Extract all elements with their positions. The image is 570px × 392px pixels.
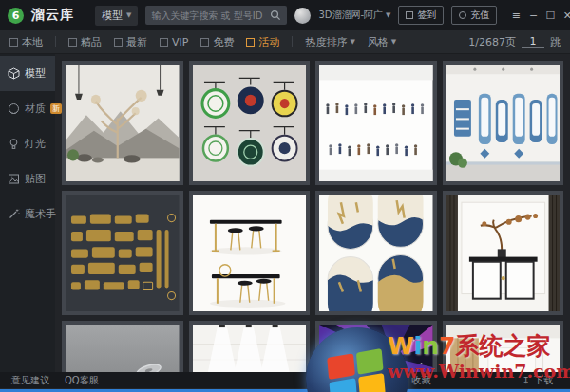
app-title: 溜云库 <box>31 7 74 24</box>
coin-icon <box>354 377 362 384</box>
minimize-icon[interactable]: ─ <box>525 9 541 22</box>
filter-toolbar: 本地 精品 最新 VIP 免费 活动 热度排序 ▼ 风格 ▼ 1/2687页 跳 <box>0 30 570 54</box>
checkbox-icon <box>68 38 77 47</box>
favorites-link[interactable]: ☆ 收藏 <box>400 374 431 387</box>
page-input[interactable] <box>522 35 544 48</box>
calendar-icon <box>406 11 413 19</box>
filter-label: 精品 <box>81 35 102 49</box>
statusbar: 意见建议 QQ客服 充值 ☆ 收藏 ↧ 下载 <box>0 372 570 388</box>
filter-label: 免费 <box>213 35 234 49</box>
checkbox-icon <box>160 38 168 47</box>
sidebar-item-label: 材质 <box>25 102 46 116</box>
thumb-gold-carvings[interactable] <box>62 191 183 315</box>
divider <box>55 36 56 47</box>
username-label: 3D溜溜网-阿广 <box>318 9 383 22</box>
recharge-button[interactable]: 充值 <box>451 6 497 25</box>
material-sphere-icon <box>8 103 20 115</box>
user-avatar[interactable] <box>294 8 311 24</box>
sidebar-item-label: 模型 <box>25 66 46 81</box>
coin-icon <box>459 11 466 19</box>
cube-icon <box>8 67 20 80</box>
filter-checkbox-premium[interactable]: 精品 <box>68 35 102 49</box>
magic-wand-icon <box>8 208 20 220</box>
titlebar: 6 溜云库 模型 ▼ 3D溜溜网-阿广 ▼ 签到 充值 ≡ ─ ☐ ✕ <box>0 0 570 30</box>
thumb-hanging-signs[interactable] <box>189 61 311 185</box>
thumb-stage-lights[interactable] <box>315 321 437 372</box>
model-grid <box>55 54 570 372</box>
pagination: 1/2687页 跳 <box>468 35 560 49</box>
filter-label: 最新 <box>126 35 147 49</box>
signin-button[interactable]: 签到 <box>398 6 444 25</box>
filter-label: 本地 <box>22 35 43 49</box>
search-icon[interactable] <box>270 9 281 21</box>
filter-label: 活动 <box>258 35 279 49</box>
star-icon: ☆ <box>400 375 408 385</box>
filter-label: VIP <box>172 36 188 48</box>
search-input[interactable] <box>151 10 270 21</box>
maximize-icon[interactable]: ☐ <box>542 9 558 22</box>
username-menu[interactable]: 3D溜溜网-阿广 ▼ <box>318 9 390 22</box>
sort-label: 热度排序 <box>305 35 347 49</box>
sidebar: 模型 材质 新 灯光 贴图 <box>0 54 55 372</box>
recharge-label: 充值 <box>470 9 489 22</box>
sidebar-item-label: 灯光 <box>25 137 46 151</box>
checkbox-icon <box>200 38 209 47</box>
filter-checkbox-activity[interactable]: 活动 <box>246 35 279 49</box>
sidebar-item-texture[interactable]: 贴图 <box>0 161 55 196</box>
thumb-wall-plates[interactable] <box>315 191 437 315</box>
filter-checkbox-local[interactable]: 本地 <box>10 35 43 49</box>
menu-icon[interactable]: ≡ <box>508 9 523 22</box>
app-logo-icon: 6 <box>8 8 24 24</box>
sidebar-item-material[interactable]: 材质 新 <box>0 91 55 126</box>
thumb-gray-discs[interactable] <box>62 321 183 372</box>
page-info: 1/2687页 <box>468 35 516 49</box>
recharge-label: 充值 <box>366 374 385 387</box>
search-box[interactable] <box>145 6 287 25</box>
image-icon <box>8 173 20 185</box>
thumb-culture-wall[interactable] <box>443 61 564 185</box>
category-dropdown[interactable]: 模型 ▼ <box>95 6 138 26</box>
checkbox-icon <box>10 38 18 47</box>
thumb-mural-wall[interactable] <box>189 321 311 372</box>
sidebar-item-model[interactable]: 模型 <box>0 56 55 91</box>
style-dropdown[interactable]: 风格 ▼ <box>368 35 396 49</box>
thumb-bar-stools[interactable] <box>189 191 311 315</box>
chevron-down-icon: ▼ <box>126 11 131 19</box>
chevron-down-icon: ▼ <box>391 38 396 46</box>
thumb-people-figures[interactable] <box>315 61 437 185</box>
downloads-label: 下载 <box>534 374 553 387</box>
filter-checkbox-free[interactable]: 免费 <box>200 35 234 49</box>
favorites-label: 收藏 <box>412 374 431 387</box>
thumb-bedroom[interactable] <box>443 321 564 372</box>
filter-checkbox-vip[interactable]: VIP <box>160 36 188 48</box>
recharge-link[interactable]: 充值 <box>354 374 385 387</box>
jump-button[interactable]: 跳 <box>550 35 560 49</box>
filter-checkbox-newest[interactable]: 最新 <box>114 35 147 49</box>
chevron-down-icon: ▼ <box>350 38 354 46</box>
sidebar-item-label: 贴图 <box>25 172 46 186</box>
chevron-down-icon: ▼ <box>386 11 390 19</box>
download-icon: ↧ <box>522 375 530 385</box>
sidebar-item-light[interactable]: 灯光 <box>0 126 55 161</box>
qq-service-label: QQ客服 <box>65 374 99 387</box>
downloads-link[interactable]: ↧ 下载 <box>522 374 553 387</box>
thumb-console-table[interactable] <box>443 191 564 315</box>
close-icon[interactable]: ✕ <box>560 9 570 22</box>
divider <box>292 36 293 47</box>
qq-service-link[interactable]: QQ客服 <box>65 374 99 387</box>
sidebar-item-magic-hand[interactable]: 魔术手 <box>0 196 55 232</box>
sidebar-item-label: 魔术手 <box>25 207 56 221</box>
style-label: 风格 <box>368 35 389 49</box>
lightbulb-icon <box>8 138 20 150</box>
checkbox-icon <box>114 38 123 47</box>
checkbox-icon <box>246 38 255 47</box>
sort-dropdown[interactable]: 热度排序 ▼ <box>305 35 354 49</box>
thumb-zen-landscape[interactable] <box>62 61 183 185</box>
signin-label: 签到 <box>417 9 436 22</box>
category-dropdown-label: 模型 <box>102 9 123 23</box>
feedback-label: 意见建议 <box>11 374 49 387</box>
feedback-link[interactable]: 意见建议 <box>11 374 49 387</box>
